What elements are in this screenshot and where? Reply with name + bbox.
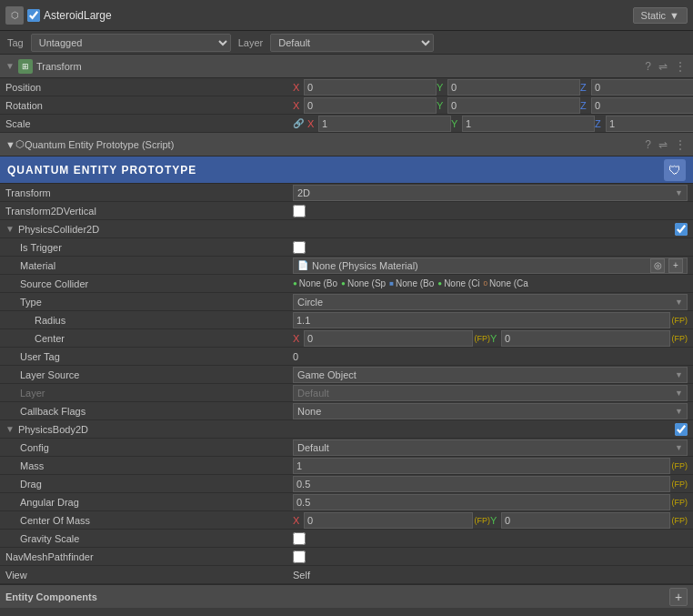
layer-source-row: Layer Source Game Object ▼ [0,366,693,384]
config-label: Config [5,442,293,453]
com-x-field: X (FP) [293,512,490,529]
radius-fp: (FP) [672,316,688,325]
callback-flags-row: Callback Flags None ▼ [0,402,693,420]
position-x-field: X [293,79,437,96]
layer-source-dropdown[interactable]: Game Object ▼ [293,367,688,383]
physics-body-checkbox[interactable] [675,423,688,436]
physics-collider-checkbox[interactable] [675,223,688,236]
position-x-input[interactable] [304,79,437,96]
radius-input[interactable] [293,312,670,328]
layer-row: Layer Default ▼ [0,384,693,402]
com-y-input[interactable] [501,512,670,529]
position-row: Position X Y Z [0,78,693,96]
tag-select[interactable]: Untagged [31,34,231,52]
type-dropdown-arrow: ▼ [675,298,683,307]
scale-y-label: Y [451,118,460,129]
active-checkbox[interactable] [27,9,40,22]
center-fields: X (FP) Y (FP) [293,330,688,347]
is-trigger-checkbox[interactable] [293,241,306,254]
nav-mesh-label: NavMeshPathfinder [5,551,293,562]
scale-fields: 🔗 X Y Z [293,116,693,132]
source-tag-0: ● None (Bo [293,278,337,288]
transform-section-header[interactable]: ▼ ⊞ Transform ? ⇌ ⋮ [0,55,693,78]
mass-input[interactable] [293,458,670,474]
com-y-label: Y [490,515,499,526]
material-add-btn[interactable]: + [668,258,683,273]
rotation-y-input[interactable] [447,97,580,114]
gravity-scale-checkbox[interactable] [293,532,306,545]
mass-label: Mass [5,460,293,471]
scale-z-input[interactable] [606,116,693,132]
material-row: Material 📄 None (Physics Material) ◎ + [0,257,693,275]
callback-flags-dropdown[interactable]: None ▼ [293,403,688,419]
transform-settings-btn[interactable]: ⇌ [657,60,669,73]
material-field: 📄 None (Physics Material) ◎ + [293,258,688,274]
com-x-label: X [293,515,302,526]
center-y-fp: (FP) [672,334,688,343]
source-tag-3: ● None (Ci [437,278,479,288]
layer-source-value: Game Object [297,369,357,380]
center-x-field: X (FP) [293,330,490,347]
rotation-x-label: X [293,100,302,111]
transform-dropdown[interactable]: 2D ▼ [293,185,688,201]
angular-drag-fp: (FP) [672,498,688,507]
script-more-btn[interactable]: ⋮ [673,138,688,151]
source-tag-4-dot: 0 [484,279,487,288]
layer-label-prop: Layer [5,388,293,399]
transform2d-checkbox[interactable] [293,205,306,217]
scale-y-input[interactable] [462,116,595,132]
type-dropdown[interactable]: Circle ▼ [293,294,688,310]
center-of-mass-row: Center Of Mass X (FP) Y (FP) [0,511,693,530]
transform-more-btn[interactable]: ⋮ [673,60,688,73]
angular-drag-row: Angular Drag (FP) [0,493,693,511]
position-y-field: Y [437,79,580,96]
script-section-header[interactable]: ▼ ⬡ Quantum Entity Prototype (Script) ? … [0,133,693,157]
top-bar: ⬡ AsteroidLarge Static ▼ [0,0,693,31]
center-x-input[interactable] [304,330,473,347]
drag-row: Drag (FP) [0,475,693,493]
nav-mesh-checkbox[interactable] [293,550,306,563]
config-dropdown[interactable]: Default ▼ [293,439,688,456]
static-label: Static [641,10,667,21]
position-x-label: X [293,82,302,93]
position-z-input[interactable] [591,79,693,96]
rotation-x-input[interactable] [304,97,437,114]
center-y-field: Y (FP) [490,330,688,347]
center-y-input[interactable] [501,330,670,347]
position-y-input[interactable] [447,79,580,96]
scale-x-input[interactable] [318,116,451,132]
angular-drag-input[interactable] [293,494,670,510]
source-tag-1-dot: ● [341,279,346,288]
center-y-label: Y [490,333,499,344]
material-label: Material [5,260,293,271]
mass-fp: (FP) [672,461,688,470]
physics-collider-arrow: ▼ [5,224,15,234]
com-x-input[interactable] [304,512,473,529]
source-tag-2-dot: ■ [389,279,394,288]
entity-components-add-btn[interactable]: + [669,588,688,606]
script-icon: ⬡ [15,138,25,150]
gravity-scale-row: Gravity Scale [0,530,693,548]
com-y-fp: (FP) [672,516,688,525]
object-name: AsteroidLarge [44,9,633,22]
source-tag-0-dot: ● [293,279,297,288]
rotation-y-label: Y [437,100,446,111]
source-tag-4: 0 None (Ca [484,278,528,288]
rotation-fields: X Y Z [293,97,693,114]
transform-help-btn[interactable]: ? [643,60,653,73]
scale-row: Scale 🔗 X Y Z [0,115,693,133]
is-trigger-label: Is Trigger [5,242,293,253]
drag-input[interactable] [293,476,670,492]
material-target-btn[interactable]: ◎ [650,258,665,273]
rotation-z-input[interactable] [591,97,693,114]
qe-transform-row: Transform 2D ▼ [0,184,693,202]
script-help-btn[interactable]: ? [643,138,653,151]
transform-actions: ? ⇌ ⋮ [643,60,688,73]
layer-select[interactable]: Default [270,34,434,52]
static-dropdown[interactable]: Static ▼ [633,7,688,24]
layer-dropdown[interactable]: Default ▼ [293,385,688,401]
entity-components-row: Entity Components + [0,584,693,608]
script-settings-btn[interactable]: ⇌ [657,138,669,151]
center-row: Center X (FP) Y (FP) [0,329,693,348]
transform2d-label: Transform2DVertical [5,206,293,217]
